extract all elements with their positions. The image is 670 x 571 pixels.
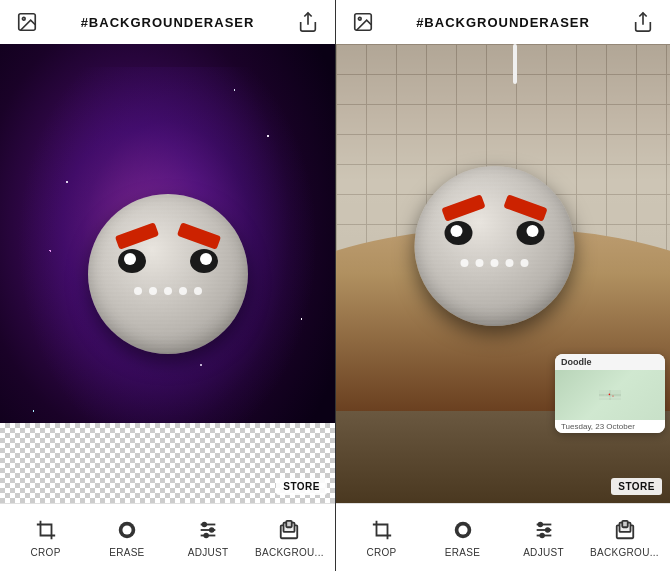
svg-point-10 [204,534,208,538]
usb-cable [513,44,517,84]
led-dot [521,259,529,267]
svg-rect-13 [287,521,293,527]
right-toolbar: CROP ERASE ADJUS [336,503,670,571]
right-tool-background[interactable]: BACKGROU... [584,517,665,558]
svg-point-30 [545,528,549,532]
led-dot [506,259,514,267]
crop-icon-right [369,517,395,543]
device-body-left [88,194,248,354]
adjust-icon-right [531,517,557,543]
notification-card: Doodle Tuesday, 23 October [555,354,665,433]
svg-point-9 [210,528,214,532]
svg-point-1 [22,17,25,20]
right-tool-adjust[interactable]: ADJUST [503,517,584,558]
right-share-icon[interactable] [630,9,656,35]
led-dot [461,259,469,267]
right-adjust-label: ADJUST [523,547,564,558]
svg-point-25 [458,525,467,534]
right-background-label: BACKGROU... [590,547,659,558]
left-header-title: #BACKGROUNDERASER [81,15,255,30]
left-canvas[interactable] [0,44,335,503]
device-body-right [415,166,575,326]
notification-map [555,370,665,420]
notification-title: Doodle [555,354,665,370]
left-background-label: BACKGROU... [255,547,324,558]
left-share-icon[interactable] [295,9,321,35]
svg-point-23 [612,395,613,396]
led-dot [149,287,157,295]
left-store-badge[interactable]: STORE [276,478,327,495]
eye-right-right [517,221,545,245]
left-tool-erase[interactable]: ERASE [86,517,167,558]
svg-point-8 [203,523,207,527]
background-icon [276,517,302,543]
eye-right [190,249,218,273]
svg-point-29 [538,523,542,527]
right-erase-label: ERASE [445,547,480,558]
right-canvas-area: Doodle Tuesday, 23 October STORE [336,44,670,503]
eye-left [118,249,146,273]
led-dot [491,259,499,267]
left-crop-label: CROP [31,547,61,558]
led-dots-left [134,287,202,295]
right-tool-erase[interactable]: ERASE [422,517,503,558]
right-panel: #BACKGROUNDERASER [335,0,670,571]
svg-point-31 [540,534,544,538]
device-container-left [78,174,258,374]
left-image-icon[interactable] [14,9,40,35]
background-icon-right [612,517,638,543]
device-container-right [410,156,580,346]
notification-footer: Tuesday, 23 October [555,420,665,433]
left-tool-background[interactable]: BACKGROU... [249,517,330,558]
map-svg [599,384,621,406]
left-erase-label: ERASE [109,547,144,558]
crop-icon [33,517,59,543]
right-header-title: #BACKGROUNDERASER [416,15,590,30]
left-adjust-label: ADJUST [188,547,229,558]
left-header: #BACKGROUNDERASER [0,0,335,44]
right-canvas[interactable]: Doodle Tuesday, 23 October [336,44,670,503]
led-dot [179,287,187,295]
svg-rect-34 [622,521,628,527]
device-texture-right [415,166,575,326]
left-tool-adjust[interactable]: ADJUST [168,517,249,558]
right-header: #BACKGROUNDERASER [336,0,670,44]
led-dot [476,259,484,267]
left-canvas-area: STORE [0,44,335,503]
svg-point-15 [358,17,361,20]
right-image-icon[interactable] [350,9,376,35]
led-dot [134,287,142,295]
erase-icon-right [450,517,476,543]
eye-left-right [445,221,473,245]
erase-icon [114,517,140,543]
left-toolbar: CROP ERASE ADJUS [0,503,335,571]
left-tool-crop[interactable]: CROP [5,517,86,558]
led-dots-right [461,259,529,267]
svg-point-22 [609,394,611,396]
device-texture [88,194,248,354]
left-panel: #BACKGROUNDERASER [0,0,335,571]
led-dot [164,287,172,295]
right-store-badge[interactable]: STORE [611,478,662,495]
adjust-icon [195,517,221,543]
right-tool-crop[interactable]: CROP [341,517,422,558]
right-crop-label: CROP [366,547,396,558]
led-dot [194,287,202,295]
svg-point-4 [122,525,131,534]
